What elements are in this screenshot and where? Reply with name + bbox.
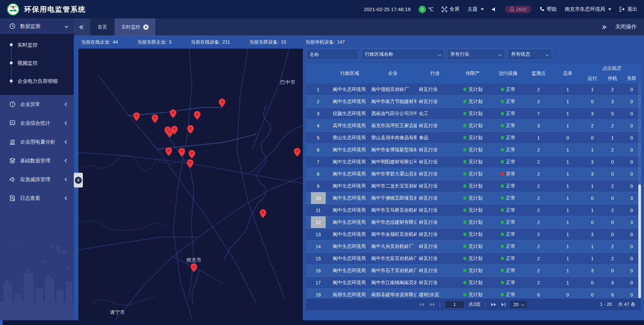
cell-stop: 0 bbox=[602, 216, 623, 228]
tab-close-button[interactable] bbox=[143, 24, 149, 30]
map-marker-pin[interactable] bbox=[188, 150, 196, 159]
sidebar-item-enterprise-statistics[interactable]: 企业综合统计 bbox=[0, 114, 74, 132]
table-row[interactable]: 16 阆中生态环境局 阆中市石子页岩机砖厂 砖瓦行业 无计划 正常 2 1 3 bbox=[306, 265, 641, 277]
temperature-badge: 0 bbox=[419, 6, 426, 13]
cell-production-status: 无计划 bbox=[453, 168, 492, 180]
sidebar-item-basic-data[interactable]: 基础数据管理 bbox=[0, 151, 74, 170]
map-marker-pin[interactable] bbox=[169, 109, 177, 118]
org-dropdown[interactable]: 南充市生态环境局 bbox=[565, 6, 611, 12]
status-dot bbox=[501, 196, 504, 200]
logout-button[interactable]: 退出 bbox=[620, 6, 637, 12]
cell-facility-status: 正常 bbox=[492, 228, 524, 240]
sidebar-item-data-monitoring[interactable]: 数据监测 bbox=[0, 18, 74, 34]
cell-region: 阆中生态环境局 bbox=[330, 144, 369, 156]
table-row[interactable]: 12 阆中生态环境局 阆中市忠信建材有限公 砖瓦行业 无计划 正常 2 1 0 bbox=[306, 216, 641, 228]
cell-offline: 0 bbox=[623, 108, 641, 119]
map-marker-pin[interactable] bbox=[218, 98, 226, 108]
cell-facility-status: 正常 bbox=[492, 96, 524, 107]
table-row[interactable]: 8 阆中生态环境局 阆中市枣碧大梁山页岩 砖瓦行业 无计划 异常 2 1 3 bbox=[306, 168, 641, 180]
tabs-scroll-right-button[interactable] bbox=[601, 26, 606, 29]
map-marker-pin[interactable] bbox=[190, 263, 198, 272]
table-row[interactable]: 3 仪陇生态环境局 西南油气田分公司川中 化工 无计划 正常 7 1 3 bbox=[306, 108, 641, 120]
sidebar-item-power-analysis[interactable]: 企业用电量分析 bbox=[0, 132, 74, 151]
table-row[interactable]: 1 阆中生态环境局 阆中强锐页岩砖厂 砖瓦行业 无计划 正常 2 1 1 bbox=[306, 84, 641, 96]
page-number-input[interactable] bbox=[445, 301, 464, 309]
chevron-left-icon bbox=[64, 140, 68, 144]
help-button[interactable]: 帮助 bbox=[539, 6, 557, 12]
fullscreen-button[interactable]: 全屏 bbox=[442, 6, 460, 12]
notifications-button[interactable]: 2632 bbox=[505, 6, 531, 13]
cell-index: 9 bbox=[306, 180, 330, 192]
last-page-button[interactable] bbox=[501, 303, 506, 307]
cell-industry: 砖瓦行业 bbox=[417, 277, 453, 288]
map-marker-pin[interactable] bbox=[259, 209, 267, 218]
cell-company: 阆中市枣碧大梁山页岩 bbox=[369, 168, 417, 180]
map-marker-pin[interactable] bbox=[186, 159, 194, 168]
map-panel[interactable]: 巴中市 南充市 遂宁市 bbox=[78, 49, 303, 320]
region-filter-select[interactable]: 行政区域名称 bbox=[361, 49, 444, 60]
map-marker-pin[interactable] bbox=[133, 112, 140, 121]
table-row[interactable]: 15 阆中生态环境局 阆中市光富页岩机砖厂 砖瓦行业 无计划 正常 2 1 1 bbox=[306, 253, 641, 265]
map-collapse-handle[interactable] bbox=[74, 173, 83, 187]
tabs-scroll-left-button[interactable] bbox=[74, 18, 90, 36]
table-row[interactable]: 18 南部生态环境局 南部县砚华水泥有限公 建材|水泥 无计划 正常 6 0 0 bbox=[306, 289, 641, 298]
temperature: 0 ℃ bbox=[419, 6, 434, 13]
map-marker-pin[interactable] bbox=[187, 125, 194, 134]
sidebar-item-power-load-detail[interactable]: 企业电力负荷明细 bbox=[0, 72, 74, 90]
map-marker-pin[interactable] bbox=[194, 111, 201, 120]
cell-offline: 0 bbox=[623, 265, 641, 276]
map-marker-pin[interactable] bbox=[178, 148, 185, 157]
page-size-select[interactable]: 20 bbox=[510, 301, 527, 308]
sidebar-item-realtime-monitoring[interactable]: 实时监控 bbox=[0, 36, 74, 54]
next-page-button[interactable] bbox=[491, 303, 496, 307]
table-scrollbar[interactable] bbox=[638, 84, 641, 298]
status-filter-select[interactable]: 所有状态 bbox=[507, 49, 552, 60]
cell-index: 11 bbox=[306, 204, 330, 216]
table-row[interactable]: 9 阆中生态环境局 阆中市二龙长宝页岩砖 砖瓦行业 无计划 正常 2 1 1 bbox=[306, 180, 641, 192]
table-row[interactable]: 2 阆中生态环境局 阆中市南方节能建材有 砖瓦行业 无计划 正常 2 1 0 bbox=[306, 96, 641, 108]
table-row[interactable]: 5 营山生态环境局 营山县润丰肉食品有限 食品 无计划 正常 1 0 0 bbox=[306, 132, 641, 144]
sidebar-item-video-monitoring[interactable]: 视频监控 bbox=[0, 54, 74, 72]
theme-dropdown[interactable]: 主题 bbox=[468, 6, 484, 12]
pin-icon bbox=[187, 125, 194, 134]
sound-toggle-button[interactable] bbox=[492, 7, 497, 12]
table-row[interactable]: 13 阆中生态环境局 阆中市金福旺页岩机砖 砖瓦行业 无计划 正常 2 1 3 bbox=[306, 228, 641, 240]
chevron-left-icon bbox=[64, 177, 68, 181]
table-row[interactable]: 10 阆中生态环境局 阆中千佛镇五郎垭页岩 砖瓦行业 无计划 正常 2 1 0 bbox=[306, 192, 641, 204]
table-row[interactable]: 4 高坪生态环境局 南充市高坪区王家店建 砖瓦行业 无计划 正常 3 1 2 bbox=[306, 120, 641, 132]
cell-offline: 0 bbox=[623, 96, 641, 107]
tab-home[interactable]: 首页 bbox=[91, 18, 114, 36]
industry-filter-select[interactable]: 所有行业 bbox=[447, 49, 505, 60]
first-page-button[interactable] bbox=[420, 303, 425, 307]
map-city-label: 巴中市 bbox=[280, 79, 296, 86]
table-row[interactable]: 7 阆中生态环境局 阆中明阳建材有限公司 砖瓦行业 无计划 正常 2 1 3 bbox=[306, 156, 641, 168]
table-row[interactable]: 17 阆中生态环境局 阆中市江南镇阆南页岩 砖瓦行业 无计划 正常 2 1 0 bbox=[306, 277, 641, 289]
tab-realtime-monitoring[interactable]: 实时监控 bbox=[115, 18, 155, 36]
cell-run: 3 bbox=[582, 265, 602, 276]
sidebar-item-log-view[interactable]: 日志查看 bbox=[0, 189, 74, 208]
name-filter-input[interactable] bbox=[310, 52, 355, 57]
map-marker-pin[interactable] bbox=[171, 125, 178, 135]
cell-company: 阆中市石子页岩机砖厂 bbox=[369, 265, 417, 276]
cell-facility-status: 正常 bbox=[492, 144, 524, 156]
scrollbar-thumb[interactable] bbox=[638, 184, 641, 298]
prev-page-button[interactable] bbox=[429, 303, 435, 307]
pin-icon bbox=[259, 209, 267, 218]
table-row[interactable]: 11 阆中生态环境局 阆中市五马桥页岩机砖 砖瓦行业 无计划 正常 2 1 1 bbox=[306, 204, 641, 216]
sidebar-item-enterprise-abnormal[interactable]: 企业异常 bbox=[0, 95, 74, 114]
table-row[interactable]: 14 阆中生态环境局 阆中大兴页岩机砖厂 砖瓦行业 无计划 正常 2 1 1 bbox=[306, 240, 641, 253]
name-filter[interactable] bbox=[306, 49, 359, 60]
close-operations-button[interactable]: 关闭操作 bbox=[615, 23, 637, 31]
table-row[interactable]: 6 阆中生态环境局 阆中市金博瑞新型墙材 砖瓦行业 无计划 正常 2 1 1 bbox=[306, 144, 641, 156]
map-marker-pin[interactable] bbox=[293, 148, 301, 157]
status-dot bbox=[501, 293, 504, 296]
map-marker-pin[interactable] bbox=[165, 147, 172, 156]
sidebar-item-emergency-reduction[interactable]: 应急减排管理 bbox=[0, 170, 74, 189]
cell-industry: 砖瓦行业 bbox=[417, 192, 453, 204]
chevron-down-icon bbox=[546, 53, 549, 56]
cell-facility-status: 正常 bbox=[492, 84, 524, 95]
map-marker-pin[interactable] bbox=[151, 114, 159, 123]
status-dot bbox=[501, 172, 504, 176]
col-company: 企业 bbox=[369, 63, 417, 84]
pagination-divider: | bbox=[485, 302, 486, 308]
